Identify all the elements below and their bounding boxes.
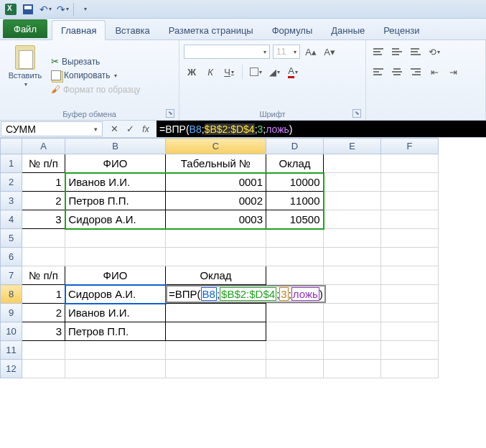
cell-B5[interactable] [65, 229, 166, 248]
cell-F1[interactable] [381, 154, 439, 173]
cancel-button[interactable]: ✕ [106, 121, 122, 137]
cell-A2[interactable]: 1 [22, 173, 65, 192]
cell-B1[interactable]: ФИО [65, 154, 166, 173]
cell-E6[interactable] [324, 248, 381, 266]
insert-function-button[interactable]: fx [138, 121, 154, 137]
cell-F9[interactable] [381, 304, 439, 322]
cell-C2[interactable]: 0001 [166, 173, 266, 192]
col-header-A[interactable]: A [22, 139, 65, 154]
cell-A5[interactable] [22, 229, 65, 248]
cell-E1[interactable] [324, 154, 381, 173]
cell-B4[interactable]: Сидоров А.И. [65, 210, 166, 229]
cell-D4[interactable]: 10500 [266, 210, 324, 229]
italic-button[interactable]: К [202, 64, 218, 80]
align-right-button[interactable] [408, 64, 424, 80]
font-color-button[interactable]: A▾ [285, 64, 301, 80]
cell-D11[interactable] [266, 341, 324, 360]
cell-C6[interactable] [166, 248, 266, 266]
row-header-8[interactable]: 8 [1, 285, 22, 304]
cell-B7[interactable]: ФИО [65, 266, 166, 285]
cell-B10[interactable]: Петров П.П. [65, 322, 166, 341]
cell-A1[interactable]: № п/п [22, 154, 65, 173]
cut-button[interactable]: ✂Вырезать [49, 55, 143, 68]
row-header-11[interactable]: 11 [1, 341, 22, 360]
cell-D2[interactable]: 10000 [266, 173, 324, 192]
cell-A10[interactable]: 3 [22, 322, 65, 341]
increase-indent-button[interactable]: ⇥ [445, 64, 461, 80]
cell-B3[interactable]: Петров П.П. [65, 192, 166, 210]
cell-F5[interactable] [381, 229, 439, 248]
tab-review[interactable]: Рецензи [374, 20, 429, 39]
align-bottom-button[interactable] [408, 44, 424, 60]
row-header-3[interactable]: 3 [1, 192, 22, 210]
row-header-12[interactable]: 12 [1, 360, 22, 378]
fill-color-button[interactable]: ◢▾ [266, 64, 282, 80]
cell-E9[interactable] [324, 304, 381, 322]
orientation-button[interactable]: ⟲▾ [426, 44, 442, 60]
cell-D12[interactable] [266, 360, 324, 378]
borders-button[interactable]: ▾ [248, 64, 263, 80]
cell-D1[interactable]: Оклад [266, 154, 324, 173]
app-icon[interactable] [3, 2, 19, 17]
cell-editor[interactable]: =ВПР(B8;$B$2:$D$4;3;ложь) [166, 285, 326, 303]
tab-file[interactable]: Файл [3, 19, 47, 38]
row-header-6[interactable]: 6 [1, 248, 22, 266]
paste-button[interactable]: Вставить ▾ [4, 42, 46, 108]
row-header-10[interactable]: 10 [1, 322, 22, 341]
save-button[interactable] [20, 2, 36, 17]
cell-C3[interactable]: 0002 [166, 192, 266, 210]
font-size-combo[interactable]: 11▾ [273, 45, 300, 59]
undo-button[interactable]: ↶▾ [37, 2, 53, 17]
cell-F7[interactable] [381, 266, 439, 285]
cell-F2[interactable] [381, 173, 439, 192]
cell-C10[interactable] [166, 322, 266, 341]
grow-font-button[interactable]: A▴ [303, 44, 319, 60]
row-header-4[interactable]: 4 [1, 210, 22, 229]
cell-F3[interactable] [381, 192, 439, 210]
cell-B2[interactable]: Иванов И.И. [65, 173, 166, 192]
tab-page-layout[interactable]: Разметка страницы [159, 20, 263, 39]
cell-E5[interactable] [324, 229, 381, 248]
col-header-B[interactable]: B [65, 139, 166, 154]
row-header-7[interactable]: 7 [1, 266, 22, 285]
cell-D10[interactable] [266, 322, 324, 341]
cell-A6[interactable] [22, 248, 65, 266]
cell-C11[interactable] [166, 341, 266, 360]
shrink-font-button[interactable]: A▾ [322, 44, 337, 60]
align-middle-button[interactable] [389, 44, 405, 60]
format-painter-button[interactable]: 🖌Формат по образцу [49, 83, 143, 96]
cell-F8[interactable] [381, 285, 439, 304]
formula-input[interactable]: =ВПР(B8;$B$2:$D$4;3;ложь) [156, 121, 486, 137]
cell-F11[interactable] [381, 341, 439, 360]
decrease-indent-button[interactable]: ⇤ [426, 64, 442, 80]
cell-E12[interactable] [324, 360, 381, 378]
cell-D9[interactable] [266, 304, 324, 322]
cell-C12[interactable] [166, 360, 266, 378]
cell-C8[interactable]: =ВПР(B8;$B$2:$D$4;3;ложь) [166, 285, 266, 304]
underline-button[interactable]: Ч▾ [221, 64, 237, 80]
tab-home[interactable]: Главная [52, 20, 106, 40]
tab-formulas[interactable]: Формулы [263, 20, 322, 39]
col-header-E[interactable]: E [324, 139, 381, 154]
bold-button[interactable]: Ж [184, 64, 200, 80]
cell-E4[interactable] [324, 210, 381, 229]
cell-C1[interactable]: Табельный № [166, 154, 266, 173]
cell-E8[interactable] [324, 285, 381, 304]
cell-E11[interactable] [324, 341, 381, 360]
name-box[interactable]: СУММ ▾ [1, 121, 103, 136]
cell-D3[interactable]: 11000 [266, 192, 324, 210]
dialog-launcher-icon[interactable]: ⬊ [166, 109, 174, 118]
row-header-9[interactable]: 9 [1, 304, 22, 322]
cell-F10[interactable] [381, 322, 439, 341]
cell-A3[interactable]: 2 [22, 192, 65, 210]
cell-E3[interactable] [324, 192, 381, 210]
cell-E2[interactable] [324, 173, 381, 192]
cell-A11[interactable] [22, 341, 65, 360]
align-left-button[interactable] [370, 64, 386, 80]
cell-A7[interactable]: № п/п [22, 266, 65, 285]
redo-button[interactable]: ↷▾ [55, 2, 70, 17]
qat-customize[interactable]: ▾ [77, 2, 93, 17]
select-all-button[interactable] [1, 139, 22, 154]
tab-data[interactable]: Данные [322, 20, 374, 39]
cell-F4[interactable] [381, 210, 439, 229]
